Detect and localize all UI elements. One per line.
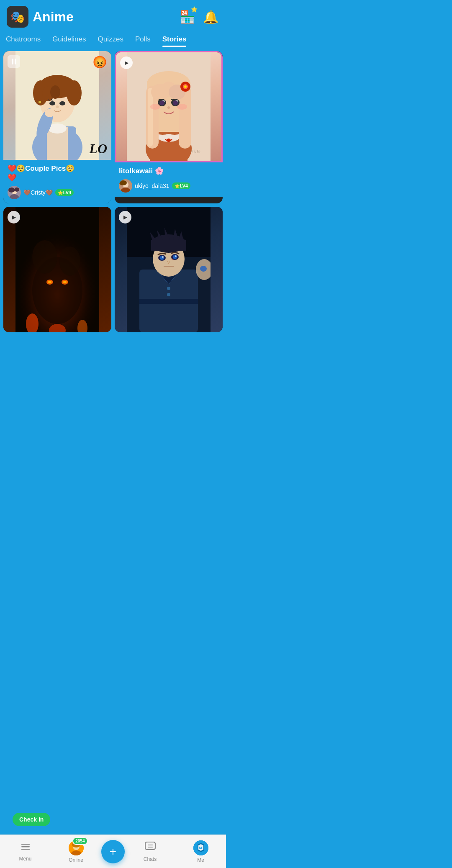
svg-point-29 (167, 139, 171, 142)
svg-point-11 (50, 85, 60, 99)
card-number: LO (89, 141, 107, 157)
svg-point-51 (167, 106, 170, 109)
app-title: Anime (33, 9, 74, 25)
pause-button-couple[interactable] (8, 55, 20, 68)
svg-point-18 (45, 109, 55, 117)
story-thumbnail-couple: LO 😡 (3, 51, 111, 160)
svg-point-89 (200, 266, 207, 272)
svg-point-47 (159, 100, 164, 105)
cosplay-border: 微博大师 (115, 51, 223, 162)
story-title-litolkawaii: litolkawaii 🌸 (119, 167, 218, 176)
svg-point-24 (14, 187, 19, 192)
svg-point-23 (8, 187, 15, 193)
story-card-litolkawaii[interactable]: 微博大师 (115, 51, 223, 203)
svg-point-41 (184, 85, 187, 88)
dark-illustration (15, 207, 99, 332)
svg-point-72 (167, 287, 170, 290)
story-thumbnail-cosplay: 微博大师 (116, 52, 221, 161)
svg-point-49 (150, 104, 160, 110)
svg-point-19 (56, 105, 59, 108)
header-left: 🎭 Anime (7, 6, 74, 28)
svg-point-67 (59, 247, 80, 276)
story-title-couple: ❤️🥺Couple Pics🥺❤️ (8, 164, 107, 182)
anime-boy-illustration (15, 51, 99, 160)
svg-point-48 (173, 100, 178, 105)
bell-icon: 🔔 (203, 10, 218, 24)
tab-chatrooms[interactable]: Chatrooms (0, 32, 46, 47)
svg-point-85 (173, 255, 177, 259)
play-icon-anime-guy: ▶ (123, 214, 127, 220)
story-thumbnail-dark: ▶ (3, 207, 111, 332)
svg-point-61 (48, 281, 51, 283)
svg-point-13 (59, 101, 65, 105)
anime-guy-illustration (127, 207, 211, 332)
play-icon: ▶ (125, 60, 128, 66)
svg-point-87 (175, 255, 177, 257)
author-avatar-cristy (8, 186, 21, 199)
author-name-cristy: 🤎Cristy🤎 (23, 189, 53, 196)
stories-grid: LO 😡 ❤️🥺Couple Pics🥺❤️ (0, 47, 226, 336)
svg-point-86 (162, 256, 164, 258)
level-star-icon-ukiyo: ⭐ (175, 184, 180, 188)
svg-point-55 (119, 180, 127, 185)
svg-point-66 (32, 240, 57, 274)
notifications-button[interactable]: 🔔 (202, 8, 219, 26)
tab-stories[interactable]: Stories (157, 32, 193, 47)
tab-guidelines[interactable]: Guidelines (46, 32, 92, 47)
tab-polls[interactable]: Polls (129, 32, 157, 47)
story-card-dark[interactable]: ▶ (3, 207, 111, 332)
story-thumbnail-anime-guy: ▶ (115, 207, 223, 332)
cosplay-illustration: 微博大师 (127, 52, 211, 161)
story-card-couple-pics[interactable]: LO 😡 ❤️🥺Couple Pics🥺❤️ (3, 51, 111, 203)
reaction-emoji-couple: 😡 (92, 55, 107, 69)
author-avatar-ukiyo (119, 179, 132, 193)
level-badge-ukiyo: ⭐ LV4 (172, 182, 190, 189)
svg-rect-35 (148, 88, 153, 146)
story-author-litolkawaii: ukiyo_daia31 ⭐ LV4 (119, 179, 218, 193)
svg-point-73 (167, 293, 170, 296)
play-button-dark[interactable]: ▶ (8, 211, 20, 223)
story-info-litolkawaii: litolkawaii 🌸 ukiyo_daia31 ⭐ LV4 (115, 162, 223, 197)
svg-point-62 (63, 281, 67, 283)
story-info-couple: ❤️🥺Couple Pics🥺❤️ 🤎Cristy🤎 ⭐ (3, 160, 111, 203)
svg-point-12 (49, 101, 55, 105)
level-text-ukiyo: LV4 (180, 183, 188, 188)
level-star-icon: ⭐ (58, 190, 63, 195)
svg-point-16 (39, 101, 41, 103)
app-header: 🎭 Anime 🏪 ⭐ 🔔 (0, 0, 226, 28)
story-author-couple: 🤎Cristy🤎 ⭐ LV4 (8, 186, 107, 199)
level-badge-cristy: ⭐ LV4 (55, 189, 74, 196)
shop-star-icon: ⭐ (191, 6, 198, 13)
shop-button[interactable]: 🏪 ⭐ (178, 8, 196, 26)
header-icons: 🏪 ⭐ 🔔 (178, 8, 219, 26)
app-logo[interactable]: 🎭 (7, 6, 28, 28)
pause-bar-right (15, 59, 16, 64)
svg-rect-81 (151, 240, 186, 251)
play-button-litolkawaii[interactable]: ▶ (120, 56, 133, 69)
level-text-cristy: LV4 (63, 190, 71, 195)
tab-quizzes[interactable]: Quizzes (92, 32, 129, 47)
avatar-svg-cristy (8, 186, 21, 199)
svg-rect-71 (139, 299, 198, 304)
story-card-anime-guy[interactable]: ▶ (115, 207, 223, 332)
nav-tabs: Chatrooms Guidelines Quizzes Polls Stori… (0, 28, 226, 47)
svg-point-84 (160, 256, 164, 260)
pause-bar-left (12, 59, 13, 64)
author-name-ukiyo: ukiyo_daia31 (135, 182, 170, 189)
play-icon-dark: ▶ (12, 214, 16, 220)
play-button-anime-guy[interactable]: ▶ (119, 211, 131, 223)
svg-point-50 (177, 104, 187, 110)
avatar-svg-ukiyo (119, 179, 132, 193)
